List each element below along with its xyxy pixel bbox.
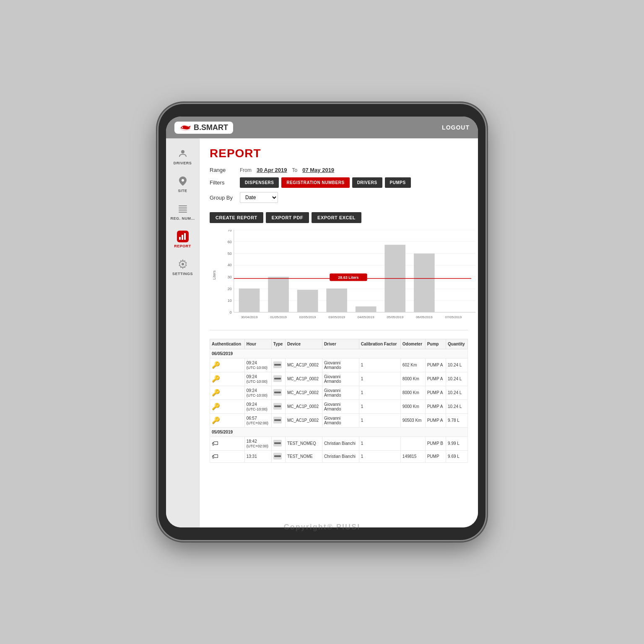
range-row: Range From 30 Apr 2019 To 07 May 2019	[210, 167, 468, 173]
cell-device: MC_AC1P_0002	[285, 372, 322, 386]
svg-rect-10	[184, 233, 186, 240]
cell-device: MC_AC1P_0002	[285, 386, 322, 400]
cell-hour: 18:42(UTC+02:00)	[244, 436, 271, 450]
sidebar-label-drivers: DRIVERS	[174, 161, 192, 165]
cell-odometer: 8000 Km	[400, 372, 425, 386]
sidebar: DRIVERS SITE	[166, 138, 200, 527]
cell-quantity: 9.99 L	[446, 436, 468, 450]
sidebar-item-reg-num[interactable]: REG. NUM...	[166, 198, 199, 226]
svg-text:06/05/2019: 06/05/2019	[416, 315, 433, 319]
page-title: REPORT	[210, 147, 468, 160]
col-cal-factor: Calibration Factor	[359, 339, 400, 349]
sidebar-item-report[interactable]: REPORT	[166, 226, 199, 253]
svg-rect-56	[274, 405, 281, 407]
cell-odometer: 9000 Km	[400, 400, 425, 413]
main-layout: DRIVERS SITE	[166, 138, 478, 527]
svg-text:50: 50	[228, 252, 232, 256]
svg-point-11	[182, 263, 184, 265]
cell-hour: 09:24(UTC-10:00)	[244, 386, 271, 400]
svg-text:28.63 Liters: 28.63 Liters	[338, 275, 358, 280]
cell-cal-factor: 1	[359, 358, 400, 372]
filter-dispensers[interactable]: DISPENSERS	[240, 177, 279, 188]
group-by-select[interactable]: Date Driver Device Type	[240, 192, 278, 203]
table-row: 🔑 09:24(UTC-10:00) MC_AC1P_0002 Giovanni…	[210, 386, 468, 400]
create-report-button[interactable]: CREATE REPORT	[210, 212, 263, 223]
sidebar-label-site: SITE	[178, 189, 187, 193]
cell-pump: PUMP A	[425, 372, 446, 386]
cell-hour: 09:24(UTC-10:00)	[244, 372, 271, 386]
cell-driver: Christian Bianchi	[322, 436, 359, 450]
cell-quantity: 10.24 L	[446, 400, 468, 413]
from-label: From	[240, 167, 252, 173]
cell-pump: PUMP	[425, 450, 446, 462]
svg-text:10: 10	[228, 299, 232, 303]
col-hour: Hour	[244, 339, 271, 349]
cell-driver: GiovanniArmando	[322, 413, 359, 427]
group-by-label: Group By	[210, 195, 235, 201]
cell-auth: 🏷	[210, 436, 245, 450]
svg-rect-54	[274, 392, 281, 393]
cell-odometer: 90503 Km	[400, 413, 425, 427]
svg-text:04/05/2019: 04/05/2019	[358, 315, 374, 319]
cell-hour: 09:24(UTC-10:00)	[244, 400, 271, 413]
svg-rect-30	[239, 288, 260, 312]
svg-rect-7	[179, 212, 187, 213]
col-device: Device	[285, 339, 322, 349]
svg-text:01/05/2019: 01/05/2019	[270, 315, 287, 319]
svg-rect-4	[179, 205, 187, 206]
bsmart-logo-icon	[179, 123, 191, 132]
content-area: REPORT Range From 30 Apr 2019 To 07 May …	[200, 138, 478, 527]
sidebar-item-site[interactable]: SITE	[166, 170, 199, 198]
cell-pump: PUMP A	[425, 358, 446, 372]
from-date[interactable]: 30 Apr 2019	[257, 167, 287, 173]
table-header-row: Authentication Hour Type Device Driver C…	[210, 339, 468, 349]
cell-device: TEST_NOMEQ	[285, 436, 322, 450]
cell-cal-factor: 1	[359, 436, 400, 450]
svg-rect-62	[274, 455, 281, 457]
table-row: 🏷 18:42(UTC+02:00) TEST_NOMEQ Christian …	[210, 436, 468, 450]
to-label: To	[292, 167, 298, 173]
cell-pump: PUMP A	[425, 400, 446, 413]
svg-text:05/05/2019: 05/05/2019	[387, 315, 403, 319]
table-row: 🔑 06:57(UTC+02:00) MC_AC1P_0002 Giovanni…	[210, 413, 468, 427]
svg-rect-52	[274, 378, 281, 379]
filter-drivers[interactable]: DRIVERS	[352, 177, 382, 188]
filter-pumps[interactable]: PUMPS	[385, 177, 411, 188]
cell-device: MC_AC1P_0002	[285, 413, 322, 427]
cell-odometer: 602 Km	[400, 358, 425, 372]
col-driver: Driver	[322, 339, 359, 349]
sidebar-item-drivers[interactable]: DRIVERS	[166, 143, 199, 170]
col-type: Type	[271, 339, 285, 349]
cell-type	[271, 450, 285, 462]
person-icon	[177, 148, 189, 159]
table-row: 🔑 09:24(UTC-10:00) MC_AC1P_0002 Giovanni…	[210, 372, 468, 386]
gear-icon	[177, 258, 189, 270]
cell-driver: GiovanniArmando	[322, 400, 359, 413]
svg-rect-6	[179, 210, 187, 210]
col-authentication: Authentication	[210, 339, 245, 349]
logo-area: B.SMART	[174, 122, 233, 134]
export-excel-button[interactable]: EXPORT EXCEL	[312, 212, 361, 223]
chart-container: Liters 70	[210, 230, 468, 330]
svg-point-3	[182, 179, 184, 182]
export-pdf-button[interactable]: EXPORT PDF	[266, 212, 309, 223]
cell-auth: 🔑	[210, 400, 245, 413]
filters-label: Filters	[210, 179, 235, 186]
logout-button[interactable]: LOGOUT	[442, 124, 470, 131]
cell-hour: 09:24(UTC-10:00)	[244, 358, 271, 372]
svg-rect-5	[179, 208, 187, 208]
to-date[interactable]: 07 May 2019	[302, 167, 334, 173]
svg-text:30: 30	[228, 275, 232, 279]
table-row: 🔑 09:24(UTC-10:00) MC_AC1P_0002 Giovanni…	[210, 358, 468, 372]
svg-text:02/05/2019: 02/05/2019	[299, 315, 316, 319]
action-buttons: CREATE REPORT EXPORT PDF EXPORT EXCEL	[210, 212, 468, 223]
cell-odometer	[400, 436, 425, 450]
svg-rect-8	[179, 237, 181, 240]
cell-cal-factor: 1	[359, 386, 400, 400]
svg-rect-34	[356, 306, 377, 312]
cell-pump: PUMP A	[425, 413, 446, 427]
filter-reg-numbers[interactable]: REGISTRATION NUMBERS	[281, 177, 349, 188]
svg-text:0: 0	[230, 310, 232, 314]
cell-driver: GiovanniArmando	[322, 386, 359, 400]
sidebar-item-settings[interactable]: SETTINGS	[166, 253, 199, 281]
